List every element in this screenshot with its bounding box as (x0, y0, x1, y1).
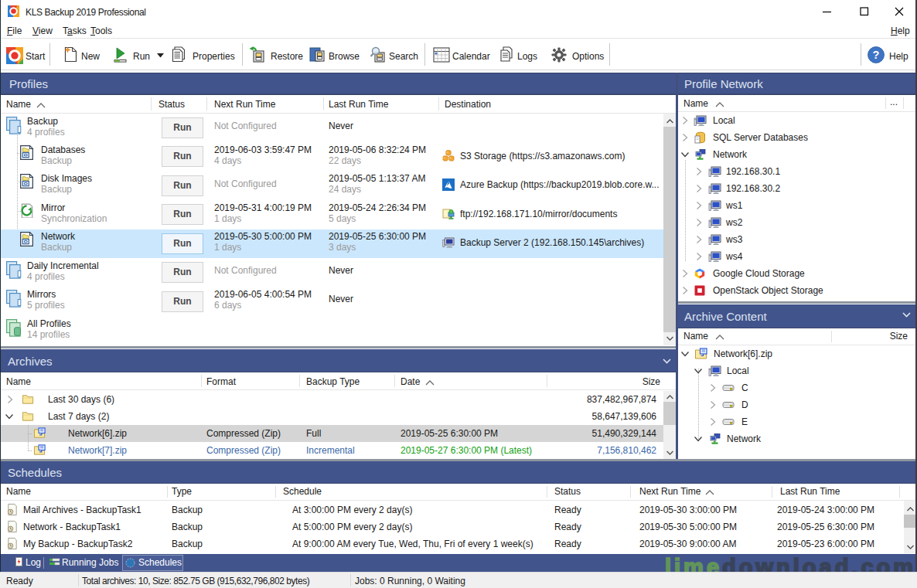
svg-text:?: ? (873, 49, 880, 61)
